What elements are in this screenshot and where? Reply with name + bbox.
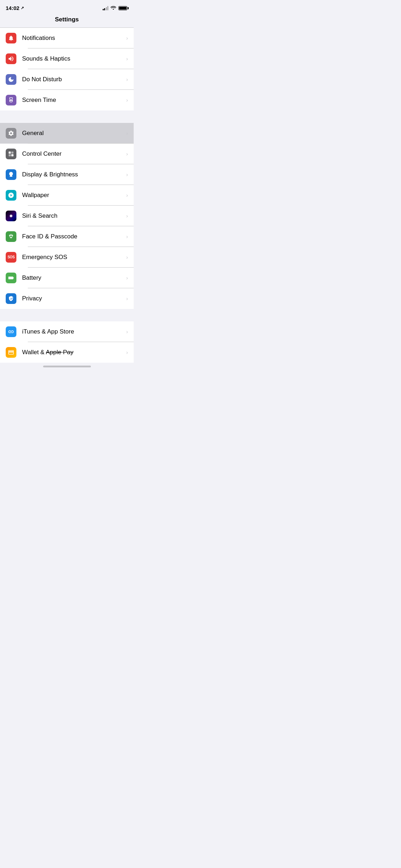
display-chevron: › <box>126 171 128 177</box>
sos-label: Emergency SOS <box>22 254 124 261</box>
settings-group-3: iTunes & App Store › Wallet & Apple Pay … <box>0 321 134 363</box>
screentime-icon <box>6 95 16 105</box>
sidebar-item-general[interactable]: General › <box>0 123 134 144</box>
wallet-icon <box>6 347 16 358</box>
notifications-icon <box>6 33 16 43</box>
dnd-icon <box>6 74 16 85</box>
svg-rect-1 <box>11 151 14 154</box>
home-bar <box>43 366 91 367</box>
display-icon <box>6 169 16 180</box>
wallpaper-icon <box>6 190 16 201</box>
itunes-icon <box>6 326 16 337</box>
privacy-chevron: › <box>126 295 128 301</box>
battery-setting-icon <box>6 273 16 283</box>
settings-group-1: Notifications › Sounds & Haptics › Do No… <box>0 28 134 110</box>
controlcenter-icon <box>6 149 16 159</box>
sounds-icon <box>6 53 16 64</box>
notifications-chevron: › <box>126 35 128 41</box>
svg-rect-2 <box>9 154 11 156</box>
sos-icon: SOS <box>6 252 16 263</box>
sidebar-item-wallpaper[interactable]: Wallpaper › <box>0 185 134 206</box>
sidebar-item-sounds-haptics[interactable]: Sounds & Haptics › <box>0 48 134 69</box>
siri-icon <box>6 211 16 221</box>
svg-rect-3 <box>11 154 14 156</box>
sidebar-item-screen-time[interactable]: Screen Time › <box>0 90 134 110</box>
page-title: Settings <box>0 13 134 27</box>
status-bar: 14:02 ↗ <box>0 0 134 13</box>
itunes-chevron: › <box>126 329 128 335</box>
general-icon <box>6 128 16 139</box>
faceid-label: Face ID & Passcode <box>22 233 124 240</box>
sounds-chevron: › <box>126 56 128 62</box>
time-label: 14:02 <box>6 5 19 11</box>
battery-icon <box>118 6 128 10</box>
dnd-label: Do Not Disturb <box>22 76 124 83</box>
privacy-label: Privacy <box>22 295 124 302</box>
group-gap-1 <box>0 110 134 123</box>
status-time: 14:02 ↗ <box>6 5 24 11</box>
wallet-chevron: › <box>126 349 128 355</box>
signal-icon <box>103 6 109 10</box>
svg-rect-0 <box>9 151 11 154</box>
wallpaper-chevron: › <box>126 192 128 198</box>
general-label: General <box>22 130 124 137</box>
sidebar-item-display-brightness[interactable]: Display & Brightness › <box>0 164 134 185</box>
svg-point-5 <box>10 215 12 217</box>
sidebar-item-itunes-appstore[interactable]: iTunes & App Store › <box>0 321 134 342</box>
battery-label: Battery <box>22 274 124 281</box>
itunes-label: iTunes & App Store <box>22 328 124 335</box>
notifications-label: Notifications <box>22 35 124 42</box>
home-indicator <box>0 363 134 369</box>
display-label: Display & Brightness <box>22 171 124 178</box>
siri-label: Siri & Search <box>22 212 124 219</box>
faceid-chevron: › <box>126 233 128 239</box>
sidebar-item-do-not-disturb[interactable]: Do Not Disturb › <box>0 69 134 90</box>
sidebar-item-siri-search[interactable]: Siri & Search › <box>0 206 134 226</box>
dnd-chevron: › <box>126 76 128 82</box>
wallpaper-label: Wallpaper <box>22 192 124 199</box>
privacy-icon <box>6 293 16 304</box>
general-chevron: › <box>126 130 128 136</box>
controlcenter-label: Control Center <box>22 150 124 157</box>
location-icon: ↗ <box>21 6 24 10</box>
wifi-icon <box>110 5 116 11</box>
battery-chevron: › <box>126 275 128 281</box>
sos-chevron: › <box>126 254 128 260</box>
sidebar-item-privacy[interactable]: Privacy › <box>0 288 134 309</box>
sidebar-item-notifications[interactable]: Notifications › <box>0 28 134 48</box>
wallet-label: Wallet & Apple Pay <box>22 349 124 356</box>
status-icons <box>103 5 128 11</box>
sidebar-item-battery[interactable]: Battery › <box>0 268 134 288</box>
faceid-icon <box>6 231 16 242</box>
sidebar-item-emergency-sos[interactable]: SOS Emergency SOS › <box>0 247 134 268</box>
siri-chevron: › <box>126 213 128 219</box>
sounds-label: Sounds & Haptics <box>22 55 124 62</box>
sidebar-item-control-center[interactable]: Control Center › <box>0 144 134 164</box>
sidebar-item-faceid-passcode[interactable]: Face ID & Passcode › <box>0 226 134 247</box>
settings-group-2: General › Control Center › Display & Bri… <box>0 123 134 309</box>
group-gap-2 <box>0 309 134 321</box>
screentime-chevron: › <box>126 97 128 103</box>
controlcenter-chevron: › <box>126 151 128 157</box>
sidebar-item-wallet-applepay[interactable]: Wallet & Apple Pay › <box>0 342 134 363</box>
screentime-label: Screen Time <box>22 97 124 104</box>
